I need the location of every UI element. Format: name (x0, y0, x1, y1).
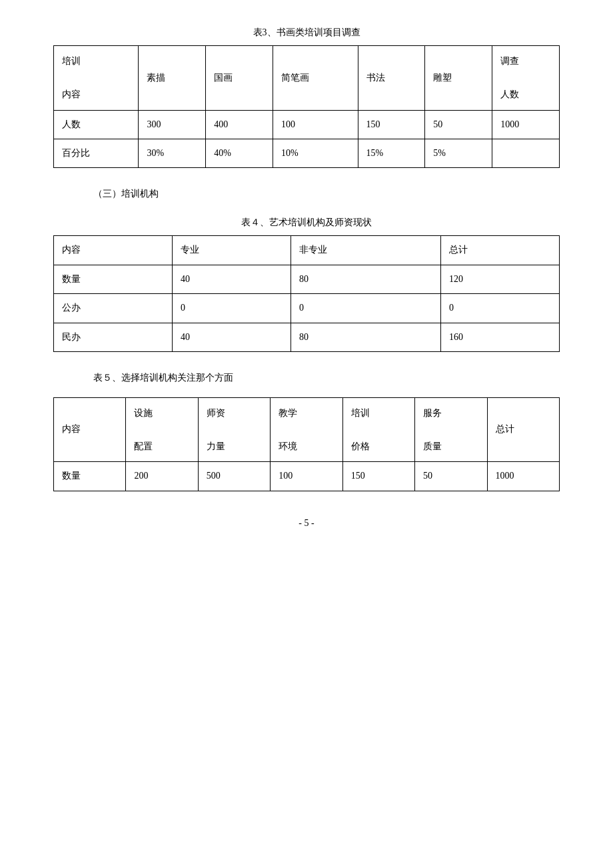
table3: 培训内容 素描 国画 简笔画 书法 雕塑 调查人数 人数 300 400 100… (53, 45, 560, 168)
table-cell: 40 (172, 323, 291, 351)
table-cell: 非专业 (291, 236, 440, 265)
table-cell: 150 (342, 462, 414, 491)
table-cell: 150 (358, 110, 425, 139)
table-cell: 80 (291, 265, 440, 293)
table-cell: 教学环境 (271, 397, 342, 462)
table-cell: 专业 (172, 236, 291, 265)
table5-title: 表５、选择培训机构关注那个方面 (93, 372, 560, 384)
table-cell: 民办 (54, 323, 173, 351)
table-cell: 数量 (54, 265, 173, 293)
table-cell: 500 (198, 462, 270, 491)
table-cell: 160 (440, 323, 559, 351)
table-cell: 0 (291, 294, 440, 323)
table-cell: 5% (425, 139, 492, 167)
table-cell: 10% (273, 139, 358, 167)
table-cell: 百分比 (54, 139, 139, 167)
table-cell: 国画 (206, 46, 273, 111)
table3-title: 表3、书画类培训项目调查 (53, 27, 560, 39)
table-row: 数量 200 500 100 150 50 1000 (54, 462, 560, 491)
table-cell: 内容 (54, 236, 173, 265)
table5-section: 内容 设施配置 师资力量 教学环境 培训价格 服务质量 总计 数量 200 50… (53, 397, 560, 491)
table-row: 人数 300 400 100 150 50 1000 (54, 110, 560, 139)
section3-heading: （三）培训机构 (93, 188, 560, 200)
table-cell: 100 (271, 462, 342, 491)
table-row: 培训内容 素描 国画 简笔画 书法 雕塑 调查人数 (54, 46, 560, 111)
table-cell: 师资力量 (198, 397, 270, 462)
table-cell (492, 139, 560, 167)
table-cell: 50 (425, 110, 492, 139)
table-cell: 培训价格 (342, 397, 414, 462)
table-cell: 雕塑 (425, 46, 492, 111)
table-cell: 120 (440, 265, 559, 293)
table-cell: 15% (358, 139, 425, 167)
table-cell: 100 (273, 110, 358, 139)
table-cell: 服务质量 (415, 397, 487, 462)
table4-section: 表４、艺术培训机构及师资现状 内容 专业 非专业 总计 数量 40 80 120… (53, 217, 560, 352)
page-number: - 5 - (53, 518, 560, 529)
table-cell: 内容 (54, 397, 126, 462)
table-cell: 总计 (440, 236, 559, 265)
table-cell: 简笔画 (273, 46, 358, 111)
table-row: 民办 40 80 160 (54, 323, 560, 351)
table-cell: 数量 (54, 462, 126, 491)
table-cell: 40 (172, 265, 291, 293)
table-row: 内容 设施配置 师资力量 教学环境 培训价格 服务质量 总计 (54, 397, 560, 462)
table-cell: 1000 (487, 462, 559, 491)
table-cell: 80 (291, 323, 440, 351)
table-cell: 素描 (139, 46, 206, 111)
table-cell: 0 (172, 294, 291, 323)
table4: 内容 专业 非专业 总计 数量 40 80 120 公办 0 0 0 民办 40… (53, 235, 560, 352)
table-row: 数量 40 80 120 (54, 265, 560, 293)
table-cell: 400 (206, 110, 273, 139)
table-row: 百分比 30% 40% 10% 15% 5% (54, 139, 560, 167)
table-cell: 培训内容 (54, 46, 139, 111)
table-cell: 40% (206, 139, 273, 167)
table-cell: 50 (415, 462, 487, 491)
table-cell: 0 (440, 294, 559, 323)
table-cell: 人数 (54, 110, 139, 139)
table-cell: 200 (126, 462, 198, 491)
table-row: 内容 专业 非专业 总计 (54, 236, 560, 265)
table-cell: 总计 (487, 397, 559, 462)
table-cell: 1000 (492, 110, 560, 139)
table-cell: 书法 (358, 46, 425, 111)
table5: 内容 设施配置 师资力量 教学环境 培训价格 服务质量 总计 数量 200 50… (53, 397, 560, 491)
table3-section: 表3、书画类培训项目调查 培训内容 素描 国画 简笔画 书法 雕塑 调查人数 人… (53, 27, 560, 168)
table-cell: 300 (139, 110, 206, 139)
table-cell: 调查人数 (492, 46, 560, 111)
table-cell: 设施配置 (126, 397, 198, 462)
table-cell: 公办 (54, 294, 173, 323)
table-cell: 30% (139, 139, 206, 167)
table4-title: 表４、艺术培训机构及师资现状 (53, 217, 560, 229)
table-row: 公办 0 0 0 (54, 294, 560, 323)
